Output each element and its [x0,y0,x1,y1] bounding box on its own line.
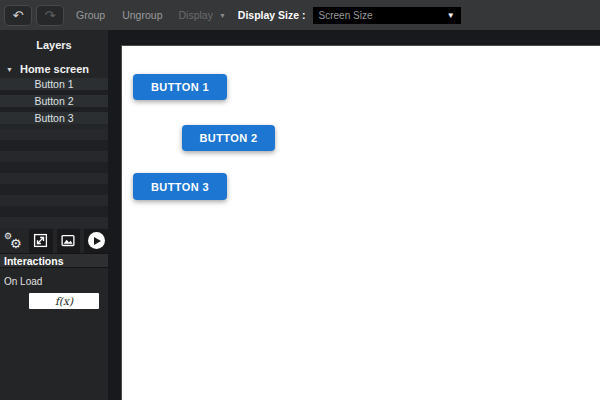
gears-icon: ⚙ [10,237,22,250]
design-canvas[interactable]: BUTTON 1BUTTON 2BUTTON 3 [121,45,600,400]
canvas-button[interactable]: BUTTON 1 [133,74,227,100]
on-load-function-input[interactable] [29,293,99,309]
display-size-dropdown[interactable]: Screen Size ▼ [313,7,461,24]
undo-icon: ↶ [13,9,24,22]
toolbar: ↶ ↷ Group Ungroup Display ▼ Display Size… [0,0,600,30]
layer-empty-row [0,217,108,228]
layer-root-label: Home screen [20,63,89,75]
display-size-label: Display Size : [238,9,306,21]
tools-toolbar: ⚙ ⚙ [0,228,108,253]
undo-button[interactable]: ↶ [4,5,32,26]
dropdown-caret-icon: ▼ [447,11,455,20]
chevron-down-icon[interactable]: ▼ [219,12,226,19]
display-menu-button[interactable]: Display [178,9,212,21]
layer-empty-row [0,206,108,217]
layer-empty-row [0,184,108,195]
layer-empty-row [0,195,108,206]
scale-tool-button[interactable] [29,229,53,253]
design-tool-window: ↶ ↷ Group Ungroup Display ▼ Display Size… [0,0,600,400]
interactions-header: Interactions [0,253,108,268]
layers-panel-title: Layers [0,30,108,56]
layer-item[interactable]: Button 1 [0,78,108,90]
display-size-value: Screen Size [319,10,447,21]
on-load-event-label: On Load [0,276,108,287]
canvas-button[interactable]: BUTTON 2 [182,125,275,151]
image-tool-button[interactable] [57,229,81,253]
group-button[interactable]: Group [76,9,105,21]
image-icon [60,233,76,248]
layer-empty-row [0,129,108,140]
scale-icon [33,233,48,248]
layer-item[interactable]: Button 2 [0,95,108,107]
settings-button[interactable]: ⚙ ⚙ [3,231,25,251]
ungroup-button[interactable]: Ungroup [122,9,162,21]
tree-expand-caret-icon[interactable]: ▼ [6,66,13,73]
layer-item[interactable]: Button 3 [0,112,108,124]
redo-icon: ↷ [45,9,56,22]
layer-empty-row [0,173,108,184]
play-icon [88,232,105,249]
layer-tree-root[interactable]: ▼ Home screen [0,62,108,76]
layer-empty-row [0,162,108,173]
layer-list: Button 1Button 2Button 3 [0,78,108,124]
left-sidebar: Layers ▼ Home screen Button 1Button 2But… [0,30,108,400]
layer-list-empty-area [0,129,108,228]
layer-empty-row [0,140,108,151]
layer-empty-row [0,151,108,162]
redo-button[interactable]: ↷ [36,5,64,26]
play-preview-button[interactable] [84,229,108,253]
canvas-button[interactable]: BUTTON 3 [133,173,227,200]
